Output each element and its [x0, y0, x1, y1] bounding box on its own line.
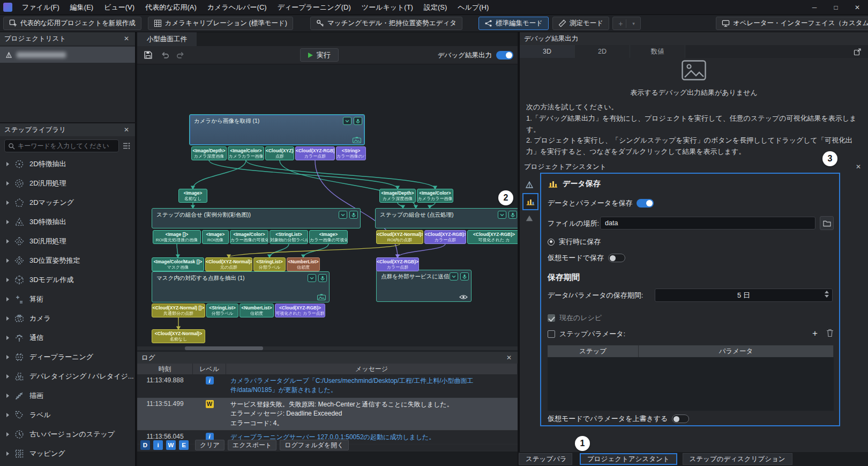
expand-caret-icon[interactable] [6, 278, 9, 282]
graph-port-6[interactable]: <Image/Depth>カメラ深度画像 [379, 189, 416, 203]
spinner-arrows-icon[interactable] [825, 291, 829, 298]
debug-tab-2d[interactable]: 2D [575, 45, 630, 58]
project-tab[interactable]: 小型曲面工件 [137, 32, 197, 46]
step-search-input[interactable] [18, 142, 115, 150]
library-item-5[interactable]: 3D位置姿勢推定 [0, 251, 135, 270]
expand-caret-icon[interactable] [6, 239, 9, 243]
log-row-1[interactable]: 11:13:51.499Wサービス登録失敗。失敗原因: Mech-Centerと… [137, 398, 518, 431]
log-row-0[interactable]: 11:13:49.888iカメラパラメータグループ「C:/Users/mechm… [137, 374, 518, 398]
override-toggle[interactable] [672, 415, 689, 423]
expand-caret-icon[interactable] [6, 452, 9, 456]
log-filter-w[interactable]: W [166, 440, 176, 450]
log-filter-d[interactable]: D [140, 440, 150, 450]
graph-node-0[interactable]: カメラから画像を取得 (1) [189, 114, 365, 145]
trash-icon[interactable] [826, 329, 834, 337]
measure-mode-button[interactable]: 測定モード [552, 17, 609, 30]
graph-port-22[interactable]: <StringList>分類ラベル [206, 304, 238, 317]
external-window-icon[interactable] [852, 47, 863, 56]
expand-caret-icon[interactable] [6, 316, 9, 321]
operator-interface-button[interactable]: オペレーター・インターフェイス（カスタム） [716, 17, 868, 30]
graph-port-11[interactable]: <StringList>対象物の分類ラベル [270, 230, 308, 244]
single-step-run-icon[interactable] [349, 211, 358, 219]
file-location-input[interactable] [600, 217, 815, 230]
collapse-chevron-icon[interactable] [339, 211, 347, 219]
graph-edge-8[interactable] [177, 244, 178, 257]
undo-icon[interactable] [161, 50, 170, 60]
current-recipe-checkbox[interactable] [548, 314, 555, 322]
close-button[interactable]: ✕ [847, 0, 868, 15]
add-parameter-icon[interactable]: + [812, 328, 818, 339]
add-mode-button[interactable]: + ▾ [612, 17, 641, 30]
library-item-13[interactable]: ラベル [0, 405, 135, 425]
tab-project-assistant[interactable]: プロジェクトアシスタント [580, 453, 677, 465]
graph-port-19[interactable]: <NumberList>信頼度 [287, 257, 320, 271]
library-item-14[interactable]: 古いバージョンのステップ [0, 425, 135, 444]
collapse-chevron-icon[interactable] [308, 274, 316, 282]
expand-caret-icon[interactable] [6, 220, 9, 224]
save-on-run-radio[interactable] [548, 239, 555, 246]
library-item-8[interactable]: カメラ [0, 309, 135, 328]
save-icon[interactable] [144, 50, 153, 60]
menu-item-7[interactable]: 設定(S) [418, 0, 452, 15]
single-step-run-icon[interactable] [318, 274, 327, 282]
graph-port-15[interactable]: <Cloud(XYZ-RGB)>可視化された カ [467, 230, 518, 244]
log-filter-i[interactable]: i [153, 440, 163, 450]
tab-step-description[interactable]: ステップのディスクリプション [683, 453, 792, 465]
virtual-save-toggle[interactable] [608, 254, 625, 262]
menu-item-6[interactable]: ツールキット(T) [356, 0, 418, 15]
graph-edge-11[interactable] [229, 244, 400, 257]
graph-node-2[interactable]: ステップの組合せ (点云処理) [375, 208, 518, 228]
retention-spinbox[interactable]: 5 日 [655, 289, 833, 302]
single-step-run-icon[interactable] [508, 211, 517, 219]
expand-caret-icon[interactable] [6, 374, 9, 379]
log-action-0[interactable]: クリア [195, 440, 225, 450]
graph-port-3[interactable]: <Cloud(XYZ-RGB)>カラー点群 [295, 146, 335, 160]
expand-caret-icon[interactable] [6, 297, 9, 301]
menu-item-2[interactable]: ビュー(V) [99, 0, 140, 15]
step-search-box[interactable] [4, 139, 119, 152]
graph-node-4[interactable]: 点群を外部サービスに送信 (1) [376, 270, 472, 302]
single-step-run-icon[interactable] [354, 117, 362, 125]
list-settings-icon[interactable] [122, 142, 131, 150]
log-filter-e[interactable]: E [179, 440, 189, 450]
library-item-4[interactable]: 3D汎用処理 [0, 232, 135, 251]
graph-port-24[interactable]: <Cloud(XYZ-RGB)>可視化された カラー点群 [275, 304, 325, 317]
graph-port-1[interactable]: <Image/Color>カメラカラー画像 [228, 146, 264, 160]
expand-caret-icon[interactable] [6, 336, 9, 340]
folder-browse-button[interactable] [820, 216, 834, 230]
run-button[interactable]: 実行 [300, 48, 339, 62]
graph-port-18[interactable]: <StringList>分類ラベル [253, 257, 286, 271]
step-parameter-checkbox[interactable] [548, 330, 555, 338]
graph-edge-12[interactable] [398, 244, 445, 257]
graph-port-9[interactable]: <Image>ROI画像 [202, 230, 229, 244]
graph-port-13[interactable]: <Cloud(XYZ-Normal)>ROI内の点群 [376, 230, 423, 244]
library-item-7[interactable]: 算術 [0, 290, 135, 309]
maximize-button[interactable]: □ [825, 0, 847, 15]
graph-edge-0[interactable] [209, 160, 398, 189]
menu-item-3[interactable]: 代表的な応用(A) [140, 0, 202, 15]
expand-caret-icon[interactable] [6, 432, 9, 437]
graph-port-25[interactable]: <Cloud(XYZ-Normal)>名前なし [152, 329, 205, 343]
graph-canvas[interactable]: カメラから画像を取得 (1)ステップの組合せ (実例分割(彩色图))ステップの組… [137, 64, 518, 352]
camera-calibration-button[interactable]: カメラキャリブレーション (標準モード) [148, 17, 293, 30]
graph-port-2[interactable]: <Cloud(XYZ)>点群 [265, 146, 294, 160]
library-item-9[interactable]: 通信 [0, 328, 135, 347]
graph-port-4[interactable]: <String>カラー画像のパス [336, 146, 366, 160]
graph-port-14[interactable]: <Cloud(XYZ-RGB)>カラー点群 [424, 230, 466, 244]
save-data-toggle[interactable] [637, 199, 654, 208]
graph-edge-6[interactable] [398, 203, 403, 208]
expand-caret-icon[interactable] [6, 162, 9, 166]
scene-tool-icon[interactable] [522, 179, 536, 191]
canvas-hscrollbar-thumb[interactable] [185, 346, 263, 350]
tab-step-parameters[interactable]: ステップパラ [519, 453, 572, 465]
graph-port-8[interactable]: <Image []>ROI復元処理後の画像 [153, 230, 201, 244]
graph-node-3[interactable]: マスク内の対応する点群を抽出 (1) [152, 271, 330, 302]
menu-item-8[interactable]: ヘルプ(H) [452, 0, 494, 15]
graph-edge-7[interactable] [430, 203, 435, 208]
expand-caret-icon[interactable] [6, 394, 9, 398]
close-icon[interactable]: ✕ [854, 163, 863, 171]
log-action-2[interactable]: ログフォルダを開く [280, 440, 348, 450]
expand-caret-icon[interactable] [6, 258, 9, 263]
collapse-chevron-icon[interactable] [450, 272, 458, 280]
graph-edge-1[interactable] [193, 160, 246, 189]
